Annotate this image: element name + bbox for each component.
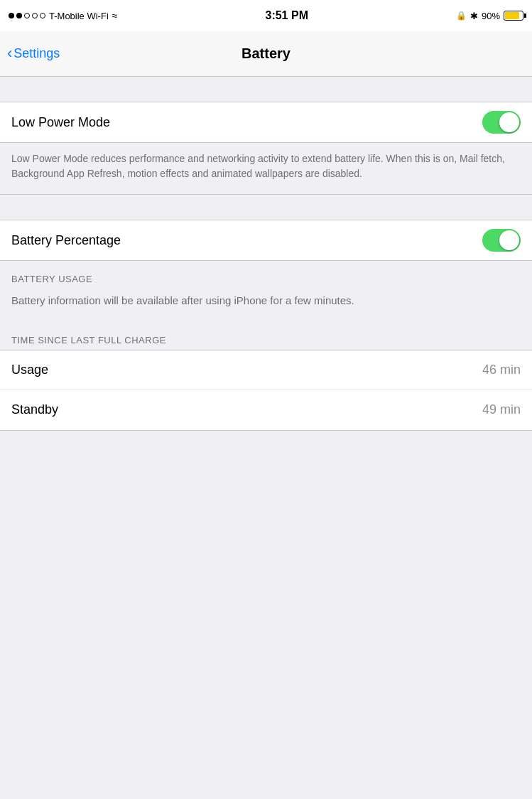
standby-value: 49 min xyxy=(482,402,521,417)
standby-label: Standby xyxy=(11,402,58,417)
signal-dot-3 xyxy=(24,13,30,18)
signal-dots xyxy=(9,13,45,18)
battery-usage-info-text: Battery information will be available af… xyxy=(11,293,521,309)
battery-usage-header: BATTERY USAGE xyxy=(0,261,532,289)
back-button[interactable]: ‹ Settings xyxy=(7,46,60,61)
battery-usage-section: BATTERY USAGE Battery information will b… xyxy=(0,261,532,322)
low-power-mode-label: Low Power Mode xyxy=(11,115,110,130)
low-power-mode-description: Low Power Mode reduces performance and n… xyxy=(0,143,532,195)
battery-percent-label: 90% xyxy=(482,11,500,21)
time-card: Usage 46 min Standby 49 min xyxy=(0,350,532,430)
status-left: T-Mobile Wi-Fi ≈ xyxy=(9,10,117,21)
battery-fill xyxy=(505,12,519,19)
nav-bar: ‹ Settings Battery xyxy=(0,31,532,77)
low-power-mode-card: Low Power Mode xyxy=(0,102,532,143)
mid-spacer xyxy=(0,195,532,220)
low-power-mode-toggle-knob xyxy=(499,112,519,132)
usage-label: Usage xyxy=(11,363,48,377)
signal-dot-1 xyxy=(9,13,14,18)
signal-dot-4 xyxy=(32,13,38,18)
top-spacer xyxy=(0,77,532,102)
battery-percentage-toggle[interactable] xyxy=(482,229,521,252)
back-chevron-icon: ‹ xyxy=(7,45,12,61)
status-right: 🔒 ✱ 90% xyxy=(456,11,523,21)
battery-percentage-label: Battery Percentage xyxy=(11,233,121,248)
battery-icon-container xyxy=(504,11,523,21)
battery-usage-info-block: Battery information will be available af… xyxy=(0,289,532,322)
signal-dot-5 xyxy=(40,13,45,18)
low-power-mode-row: Low Power Mode xyxy=(0,102,532,142)
battery-percentage-row: Battery Percentage xyxy=(0,220,532,260)
bottom-spacer xyxy=(0,430,532,487)
bluetooth-icon: ✱ xyxy=(470,11,478,21)
usage-row: Usage 46 min xyxy=(0,350,532,390)
time-since-section: TIME SINCE LAST FULL CHARGE Usage 46 min… xyxy=(0,322,532,430)
content: Low Power Mode Low Power Mode reduces pe… xyxy=(0,77,532,487)
standby-row: Standby 49 min xyxy=(0,390,532,430)
usage-value: 46 min xyxy=(482,363,521,377)
battery-icon xyxy=(504,11,523,21)
low-power-mode-toggle[interactable] xyxy=(482,111,521,134)
battery-percentage-toggle-knob xyxy=(499,230,519,250)
carrier-label: T-Mobile Wi-Fi xyxy=(49,11,109,21)
status-time: 3:51 PM xyxy=(265,9,308,22)
low-power-mode-description-text: Low Power Mode reduces performance and n… xyxy=(11,151,521,181)
page-title: Battery xyxy=(241,45,291,62)
battery-percentage-card: Battery Percentage xyxy=(0,220,532,261)
signal-dot-2 xyxy=(16,13,22,18)
wifi-icon: ≈ xyxy=(112,10,118,21)
lock-icon: 🔒 xyxy=(456,11,467,21)
time-since-header: TIME SINCE LAST FULL CHARGE xyxy=(0,322,532,350)
status-bar: T-Mobile Wi-Fi ≈ 3:51 PM 🔒 ✱ 90% xyxy=(0,0,532,31)
back-label: Settings xyxy=(13,46,60,61)
